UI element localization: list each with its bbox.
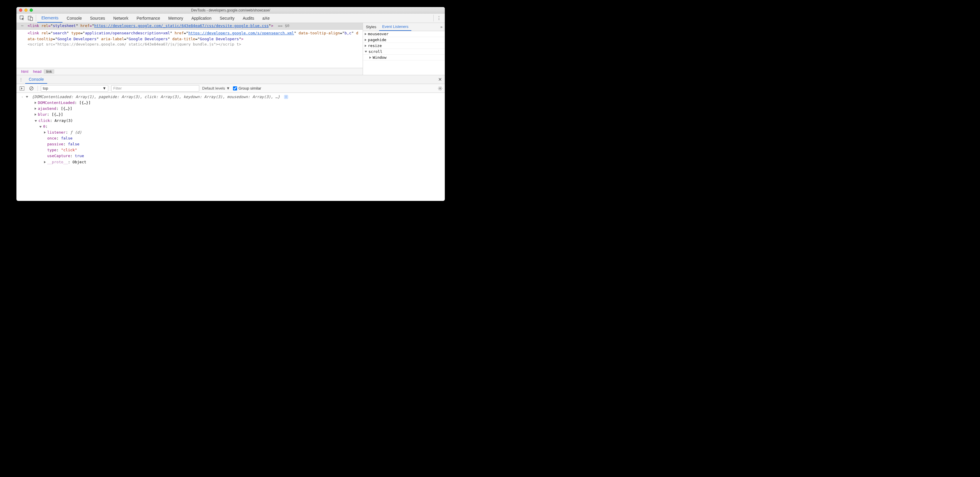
href-link[interactable]: https://developers.google.com/_static/64… — [94, 24, 269, 28]
device-toolbar-icon[interactable] — [26, 13, 35, 22]
titlebar: DevTools - developers.google.com/web/sho… — [16, 7, 445, 13]
caret-left-icon: ‹ — [19, 94, 26, 100]
info-badge-icon[interactable]: i — [284, 95, 288, 99]
zoom-window-icon[interactable] — [30, 8, 33, 12]
svg-line-13 — [439, 89, 439, 90]
window-title: DevTools - developers.google.com/web/sho… — [16, 8, 445, 12]
sidebar-tab-styles[interactable]: Styles — [363, 23, 379, 31]
listener-pagehide[interactable]: pagehide — [363, 37, 445, 43]
sidebar-tabs: Styles Event Listeners » — [363, 23, 445, 31]
sidebar-more-icon[interactable]: » — [438, 23, 445, 31]
tab-memory[interactable]: Memory — [164, 13, 188, 22]
more-options-icon[interactable]: ⋮ — [435, 13, 443, 22]
tree-blur[interactable]: blur: [{…}] — [35, 112, 442, 118]
tab-console[interactable]: Console — [62, 13, 86, 22]
clear-console-icon[interactable] — [28, 86, 35, 91]
tree-ajaxsend[interactable]: ajaxSend: [{…}] — [35, 106, 442, 112]
tree-usecapture[interactable]: useCapture: true — [35, 153, 442, 159]
breadcrumb-link[interactable]: link — [44, 69, 54, 74]
drawer-tab-console[interactable]: Console — [25, 75, 47, 84]
listener-scroll[interactable]: scroll — [363, 49, 445, 55]
main-tabbar: Elements Console Sources Network Perform… — [16, 13, 445, 23]
filter-placeholder: Filter — [113, 86, 122, 91]
tab-application[interactable]: Application — [187, 13, 216, 22]
dom-row-2[interactable]: <link rel="search" type="application/ope… — [16, 30, 363, 42]
tab-network[interactable]: Network — [109, 13, 132, 22]
eq0-hint: == $0 — [278, 24, 289, 28]
tab-security[interactable]: Security — [216, 13, 239, 22]
tree-domcontentloaded[interactable]: DOMContentLoaded: [{…}] — [35, 100, 442, 106]
tree-once[interactable]: once: false — [35, 136, 442, 141]
listener-resize[interactable]: resize — [363, 43, 445, 49]
console-body[interactable]: ‹ {DOMContentLoaded: Array(1), pagehide:… — [16, 93, 445, 201]
drawer-close-icon[interactable]: ✕ — [435, 75, 445, 84]
console-toolbar: top ▼ Filter Default levels ▼ Group simi… — [16, 84, 445, 93]
context-value: top — [43, 86, 48, 91]
main-row: ⋯ <link rel="stylesheet" href="https://d… — [16, 23, 445, 75]
minimize-window-icon[interactable] — [24, 8, 27, 12]
svg-line-12 — [441, 89, 442, 90]
tab-sources[interactable]: Sources — [86, 13, 109, 22]
breadcrumb-html[interactable]: html — [19, 69, 31, 74]
listener-scroll-window[interactable]: Window — [363, 55, 445, 61]
tree-listener[interactable]: listener: ƒ (d) — [35, 129, 442, 136]
inspect-element-icon[interactable] — [18, 13, 26, 22]
elements-pane: ⋯ <link rel="stylesheet" href="https://d… — [16, 23, 363, 75]
traffic-lights — [19, 8, 33, 12]
sidebar-tab-event-listeners[interactable]: Event Listeners — [379, 23, 411, 31]
tree-click-0[interactable]: 0: — [35, 124, 442, 129]
filter-input[interactable]: Filter — [111, 85, 199, 92]
tree-passive[interactable]: passive: false — [35, 141, 442, 147]
tab-audits[interactable]: Audits — [239, 13, 258, 22]
listener-mouseover[interactable]: mouseover — [363, 31, 445, 37]
event-listeners-list: mouseover pagehide resize scroll Window — [363, 31, 445, 75]
dom-row-3-cut[interactable]: <script src="https://developers.google.c… — [16, 42, 363, 46]
drawer-tabbar: ⋮ Console ✕ — [16, 75, 445, 84]
svg-line-11 — [439, 87, 439, 88]
element-actions-icon[interactable]: ⋯ — [19, 23, 26, 29]
tab-elements[interactable]: Elements — [37, 13, 62, 22]
href-link[interactable]: https://developers.google.com/s/opensear… — [188, 31, 294, 35]
chevron-down-icon: ▼ — [226, 86, 230, 91]
console-sidebar-toggle-icon[interactable] — [19, 86, 25, 91]
console-settings-icon[interactable] — [438, 86, 442, 91]
object-tree[interactable]: DOMContentLoaded: [{…}] ajaxSend: [{…}] … — [26, 100, 442, 165]
drawer: ⋮ Console ✕ top ▼ Filter Default levels … — [16, 75, 445, 201]
close-window-icon[interactable] — [19, 8, 22, 12]
group-similar-checkbox[interactable]: Group similar — [233, 86, 261, 91]
console-message[interactable]: ‹ {DOMContentLoaded: Array(1), pagehide:… — [19, 94, 442, 165]
drawer-more-icon[interactable]: ⋮ — [16, 75, 25, 84]
svg-line-5 — [30, 87, 33, 89]
log-levels-select[interactable]: Default levels ▼ — [202, 86, 230, 91]
tab-performance[interactable]: Performance — [132, 13, 164, 22]
svg-rect-2 — [30, 18, 33, 21]
dom-selected-code: <link rel="stylesheet" href="https://dev… — [26, 23, 360, 29]
dom-selected-row[interactable]: ⋯ <link rel="stylesheet" href="https://d… — [16, 23, 363, 30]
tree-click[interactable]: click: Array(3) — [35, 118, 442, 124]
breadcrumb-head[interactable]: head — [31, 69, 44, 74]
divider — [36, 15, 36, 21]
tree-proto[interactable]: __proto__: Object — [35, 159, 442, 165]
dom-tree[interactable]: ⋯ <link rel="stylesheet" href="https://d… — [16, 23, 363, 68]
svg-point-6 — [439, 88, 441, 89]
breadcrumb: html head link — [16, 68, 363, 75]
devtools-window: DevTools - developers.google.com/web/sho… — [16, 7, 445, 201]
tab-axe[interactable]: aXe — [258, 13, 274, 22]
chevron-down-icon: ▼ — [102, 86, 106, 91]
tree-type[interactable]: type: "click" — [35, 147, 442, 153]
group-similar-input[interactable] — [233, 86, 237, 91]
divider — [433, 15, 434, 21]
context-select[interactable]: top ▼ — [41, 85, 108, 92]
svg-line-14 — [441, 87, 442, 88]
object-summary[interactable]: {DOMContentLoaded: Array(1), pagehide: A… — [26, 94, 442, 100]
sidebar: Styles Event Listeners » mouseover pageh… — [363, 23, 445, 75]
